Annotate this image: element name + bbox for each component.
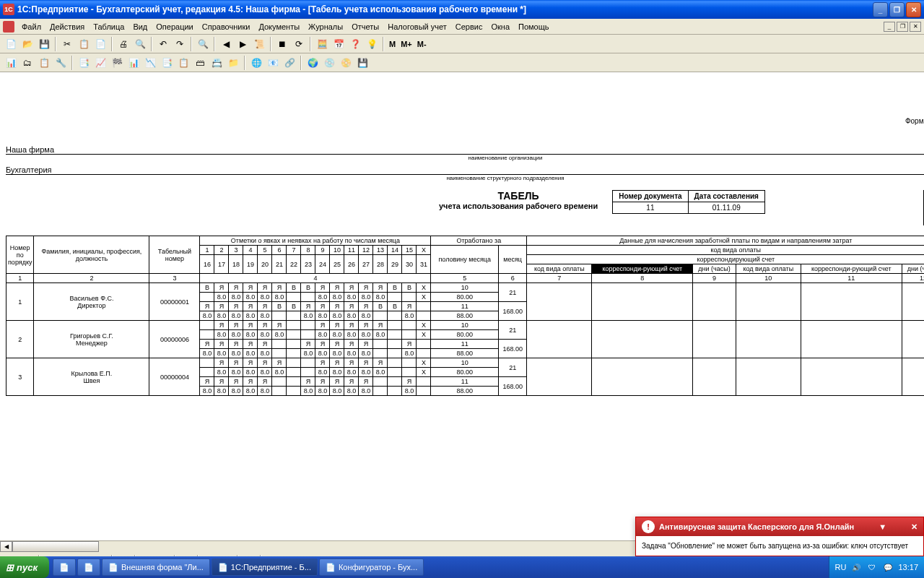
tray-icon-3[interactable]: 💬 — [882, 561, 894, 573]
tb2-icon-21[interactable]: 💾 — [354, 55, 370, 71]
menu-сервис[interactable]: Сервис — [451, 21, 487, 33]
save-icon[interactable]: 💾 — [36, 36, 52, 52]
menu-окна[interactable]: Окна — [487, 21, 514, 33]
lang-indicator[interactable]: RU — [835, 563, 847, 571]
org-name: Наша фирма — [6, 145, 924, 155]
system-tray: RU 🔊 🛡 💬 13:17 — [829, 556, 924, 578]
tb2-icon-19[interactable]: 💿 — [321, 55, 337, 71]
tb2-icon-9[interactable]: 📉 — [142, 55, 158, 71]
tb2-icon-14[interactable]: 📁 — [225, 55, 241, 71]
scroll-thumb[interactable] — [12, 541, 99, 552]
menu-помощь[interactable]: Помощь — [514, 21, 554, 33]
org-caption: наименование организации — [6, 155, 924, 161]
paste-icon[interactable]: 📄 — [92, 36, 108, 52]
tray-icon-2[interactable]: 🛡 — [866, 561, 878, 573]
menu-документы[interactable]: Документы — [254, 21, 304, 33]
close-button[interactable]: ✕ — [906, 2, 921, 17]
forward-icon[interactable]: ▶ — [235, 36, 250, 52]
find-icon[interactable]: 🔍 — [195, 36, 211, 52]
tb2-icon-6[interactable]: 📈 — [92, 55, 108, 71]
minimize-button[interactable]: _ — [873, 2, 888, 17]
calc-icon[interactable]: 🧮 — [314, 36, 330, 52]
tb2-icon-4[interactable]: 🔧 — [53, 55, 69, 71]
cut-icon[interactable]: ✂ — [59, 36, 75, 52]
menu-вид[interactable]: Вид — [128, 21, 152, 33]
tb2-icon-8[interactable]: 📊 — [126, 55, 141, 71]
tb2-icon-2[interactable]: 🗂 — [19, 55, 35, 71]
menu-app-icon — [3, 21, 14, 33]
app-icon: 1C — [3, 4, 14, 15]
copy-icon[interactable]: 📋 — [76, 36, 92, 52]
mdi-close-button[interactable]: ✕ — [910, 22, 921, 32]
tb2-icon-10[interactable]: 📑 — [159, 55, 175, 71]
clock[interactable]: 13:17 — [898, 563, 918, 571]
menu-отчеты[interactable]: Отчеты — [347, 21, 383, 33]
taskbar-task-1[interactable]: 📄 — [77, 558, 100, 576]
menubar: ФайлДействияТаблицаВидОперацииСправочник… — [0, 19, 924, 35]
open-icon[interactable]: 📂 — [19, 36, 35, 52]
calendar-icon[interactable]: 📅 — [331, 36, 346, 52]
tb2-icon-1[interactable]: 📊 — [3, 55, 19, 71]
windows-taskbar: ⊞ пуск 📄📄📄Внешняя форма "Ли...📄1С:Предпр… — [0, 556, 924, 578]
taskbar-task-0[interactable]: 📄 — [53, 558, 76, 576]
menu-журналы[interactable]: Журналы — [304, 21, 347, 33]
windows-logo-icon: ⊞ — [6, 562, 14, 573]
memory-m[interactable]: M — [387, 40, 398, 48]
preview-icon[interactable]: 🔍 — [132, 36, 148, 52]
redo-icon[interactable]: ↷ — [172, 36, 188, 52]
window-titlebar: 1C 1С:Предприятие - Бухгалтерский учет, … — [0, 0, 924, 19]
alert-icon: ! — [642, 520, 655, 533]
okud-label: Форма по ОКУД — [905, 116, 924, 125]
tb2-icon-11[interactable]: 📋 — [175, 55, 191, 71]
mdi-restore-button[interactable]: ❐ — [897, 22, 908, 32]
menu-налоговый учет[interactable]: Налоговый учет — [383, 21, 451, 33]
toolbar-secondary: 📊 🗂 📋 🔧 📑 📈 🏁 📊 📉 📑 📋 🗃 📇 📁 🌐 📧 🔗 🌍 💿 📀 … — [0, 53, 924, 72]
tb2-icon-13[interactable]: 📇 — [209, 55, 225, 71]
kaspersky-body: Задача "Обновление" не может быть запуще… — [636, 536, 923, 556]
menu-справочники[interactable]: Справочники — [198, 21, 255, 33]
maximize-button[interactable]: ❐ — [889, 2, 905, 17]
toolbar-main: 📄 📂 💾 ✂ 📋 📄 🖨 🔍 ↶ ↷ 🔍 ◀ ▶ 📜 ⏹ ⟳ 🧮 📅 ❓ 💡 … — [0, 35, 924, 53]
history-icon[interactable]: 📜 — [251, 36, 267, 52]
refresh-icon[interactable]: ⟳ — [291, 36, 307, 52]
kaspersky-close-button[interactable]: ✕ — [911, 522, 918, 532]
tb2-icon-3[interactable]: 📋 — [36, 55, 52, 71]
tb2-icon-16[interactable]: 📧 — [265, 55, 281, 71]
timesheet-table[interactable]: Номер по порядкуФамилия, инициалы, профе… — [6, 236, 924, 396]
scroll-left-icon[interactable]: ◀ — [0, 541, 12, 552]
back-icon[interactable]: ◀ — [218, 36, 234, 52]
tb2-icon-17[interactable]: 🔗 — [282, 55, 297, 71]
document-area[interactable]: Унифицирова Утверждена Постановл России … — [0, 72, 924, 540]
menu-таблица[interactable]: Таблица — [89, 21, 128, 33]
tb2-icon-20[interactable]: 📀 — [338, 55, 354, 71]
mdi-minimize-button[interactable]: _ — [884, 22, 895, 32]
kaspersky-notification: ! Антивирусная защита Касперского для Я.… — [635, 517, 924, 556]
new-icon[interactable]: 📄 — [3, 36, 19, 52]
dept-caption: наименование структурного подразделения — [6, 175, 924, 181]
kaspersky-title: Антивирусная защита Касперского для Я.Он… — [659, 522, 854, 531]
memory-mminus[interactable]: M- — [415, 40, 429, 48]
tb2-icon-7[interactable]: 🏁 — [109, 55, 125, 71]
tb2-icon-12[interactable]: 🗃 — [192, 55, 208, 71]
taskbar-task-2[interactable]: 📄Внешняя форма "Ли... — [102, 558, 210, 576]
stop-icon[interactable]: ⏹ — [274, 36, 290, 52]
menu-файл[interactable]: Файл — [17, 21, 45, 33]
start-button[interactable]: ⊞ пуск — [0, 556, 49, 578]
print-icon[interactable]: 🖨 — [116, 36, 131, 52]
undo-icon[interactable]: ↶ — [155, 36, 171, 52]
memory-mplus[interactable]: M+ — [398, 40, 414, 48]
tray-icon-1[interactable]: 🔊 — [850, 561, 862, 573]
form-header: Унифицирова Утверждена Постановл России — [6, 75, 924, 103]
tb2-icon-18[interactable]: 🌍 — [305, 55, 321, 71]
tb2-icon-15[interactable]: 🌐 — [248, 55, 264, 71]
menu-действия[interactable]: Действия — [45, 21, 89, 33]
menu-операции[interactable]: Операции — [152, 21, 197, 33]
help-icon[interactable]: ❓ — [347, 36, 363, 52]
taskbar-task-3[interactable]: 📄1С:Предприятие - Б... — [212, 558, 318, 576]
kaspersky-dropdown-icon[interactable]: ▼ — [879, 522, 886, 531]
taskbar-task-4[interactable]: 📄Конфигуратор - Бух... — [319, 558, 424, 576]
tips-icon[interactable]: 💡 — [364, 36, 380, 52]
tb2-icon-5[interactable]: 📑 — [76, 55, 92, 71]
doc-info-table: Номер документаДата составления 1101.11.… — [612, 190, 765, 214]
dept-name: Бухгалтерия — [6, 165, 924, 175]
